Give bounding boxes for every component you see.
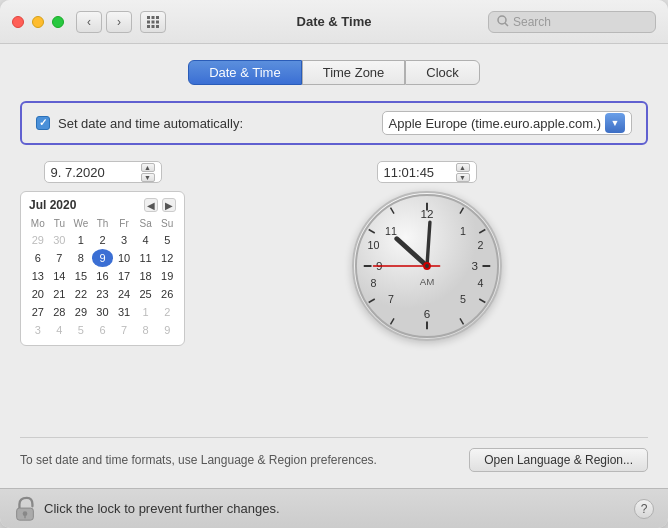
svg-text:3: 3 <box>471 259 478 272</box>
svg-rect-5 <box>156 20 159 23</box>
col-th: Th <box>92 216 114 231</box>
calendar-day[interactable]: 9 <box>156 321 178 339</box>
time-stepper[interactable]: ▲ ▼ <box>456 163 470 182</box>
time-stepper-up[interactable]: ▲ <box>456 163 470 172</box>
calendar-day[interactable]: 28 <box>49 303 71 321</box>
calendar-prev-button[interactable]: ◀ <box>144 198 158 212</box>
time-input[interactable]: 11:01:45 ▲ ▼ <box>377 161 477 183</box>
calendar-day[interactable]: 30 <box>49 231 71 249</box>
tab-time-zone[interactable]: Time Zone <box>302 60 406 85</box>
bottom-bar: To set date and time formats, use Langua… <box>20 437 648 476</box>
svg-point-42 <box>425 264 429 268</box>
calendar-day[interactable]: 1 <box>135 303 157 321</box>
open-language-button[interactable]: Open Language & Region... <box>469 448 648 472</box>
calendar-day[interactable]: 24 <box>113 285 135 303</box>
dropdown-arrow-icon: ▼ <box>605 113 625 133</box>
clock-svg: 12 3 6 9 1 2 4 5 7 8 10 11 AM <box>354 191 500 341</box>
calendar-day[interactable]: 15 <box>70 267 92 285</box>
calendar-next-button[interactable]: ▶ <box>162 198 176 212</box>
calendar-day[interactable]: 25 <box>135 285 157 303</box>
svg-rect-0 <box>147 16 150 19</box>
calendar-day[interactable]: 12 <box>156 249 178 267</box>
svg-text:6: 6 <box>423 307 430 320</box>
calendar-day[interactable]: 9 <box>92 249 114 267</box>
calendar-week-row: 13141516171819 <box>27 267 178 285</box>
tab-bar: Date & Time Time Zone Clock <box>20 60 648 85</box>
minimize-button[interactable] <box>32 16 44 28</box>
search-placeholder: Search <box>513 15 551 29</box>
calendar-week-row: 272829303112 <box>27 303 178 321</box>
date-stepper-down[interactable]: ▼ <box>141 173 155 182</box>
back-button[interactable]: ‹ <box>76 11 102 33</box>
calendar-day[interactable]: 6 <box>27 249 49 267</box>
svg-text:12: 12 <box>420 207 433 220</box>
server-dropdown[interactable]: Apple Europe (time.euro.apple.com.) ▼ <box>382 111 632 135</box>
svg-point-44 <box>23 511 28 516</box>
calendar-day[interactable]: 29 <box>70 303 92 321</box>
calendar-day[interactable]: 16 <box>92 267 114 285</box>
svg-text:1: 1 <box>460 225 466 237</box>
calendar-day[interactable]: 17 <box>113 267 135 285</box>
calendar-day[interactable]: 5 <box>156 231 178 249</box>
calendar-nav: ◀ ▶ <box>144 198 176 212</box>
bottom-text: To set date and time formats, use Langua… <box>20 453 377 467</box>
calendar-day[interactable]: 7 <box>113 321 135 339</box>
calendar-day[interactable]: 5 <box>70 321 92 339</box>
auto-row: ✓ Set date and time automatically: Apple… <box>20 101 648 145</box>
calendar-day[interactable]: 8 <box>135 321 157 339</box>
calendar-day[interactable]: 23 <box>92 285 114 303</box>
lock-area[interactable]: Click the lock to prevent further change… <box>14 496 280 522</box>
calendar-day[interactable]: 8 <box>70 249 92 267</box>
calendar-day[interactable]: 2 <box>92 231 114 249</box>
calendar-day[interactable]: 29 <box>27 231 49 249</box>
calendar-day[interactable]: 20 <box>27 285 49 303</box>
col-mo: Mo <box>27 216 49 231</box>
close-button[interactable] <box>12 16 24 28</box>
calendar-day[interactable]: 18 <box>135 267 157 285</box>
search-box[interactable]: Search <box>488 11 656 33</box>
date-stepper-up[interactable]: ▲ <box>141 163 155 172</box>
date-input[interactable]: 9. 7.2020 ▲ ▼ <box>44 161 162 183</box>
auto-checkbox[interactable]: ✓ <box>36 116 50 130</box>
calendar-day[interactable]: 4 <box>135 231 157 249</box>
calendar-day[interactable]: 10 <box>113 249 135 267</box>
calendar-header-row: Mo Tu We Th Fr Sa Su <box>27 216 178 231</box>
tab-clock[interactable]: Clock <box>405 60 480 85</box>
col-fr: Fr <box>113 216 135 231</box>
time-stepper-down[interactable]: ▼ <box>456 173 470 182</box>
calendar-day[interactable]: 14 <box>49 267 71 285</box>
right-pane: 11:01:45 ▲ ▼ <box>205 161 648 429</box>
calendar-day[interactable]: 27 <box>27 303 49 321</box>
svg-text:7: 7 <box>388 293 394 305</box>
calendar-day[interactable]: 21 <box>49 285 71 303</box>
calendar-day[interactable]: 22 <box>70 285 92 303</box>
col-su: Su <box>156 216 178 231</box>
maximize-button[interactable] <box>52 16 64 28</box>
calendar-day[interactable]: 3 <box>27 321 49 339</box>
calendar-day[interactable]: 1 <box>70 231 92 249</box>
calendar-day[interactable]: 19 <box>156 267 178 285</box>
calendar-day[interactable]: 11 <box>135 249 157 267</box>
calendar-day[interactable]: 4 <box>49 321 71 339</box>
calendar-day[interactable]: 7 <box>49 249 71 267</box>
tab-date-time[interactable]: Date & Time <box>188 60 302 85</box>
svg-point-9 <box>498 16 506 24</box>
svg-text:8: 8 <box>370 277 376 289</box>
svg-rect-6 <box>147 25 150 28</box>
col-sa: Sa <box>135 216 157 231</box>
calendar-day[interactable]: 6 <box>92 321 114 339</box>
help-button[interactable]: ? <box>634 499 654 519</box>
grid-button[interactable] <box>140 11 166 33</box>
calendar-day[interactable]: 2 <box>156 303 178 321</box>
calendar-day[interactable]: 13 <box>27 267 49 285</box>
calendar-grid: Mo Tu We Th Fr Sa Su 2930123456789101112… <box>27 216 178 339</box>
calendar-week-row: 293012345 <box>27 231 178 249</box>
calendar-day[interactable]: 30 <box>92 303 114 321</box>
titlebar: ‹ › Date & Time Search <box>0 0 668 44</box>
lock-text: Click the lock to prevent further change… <box>44 501 280 516</box>
calendar-day[interactable]: 26 <box>156 285 178 303</box>
date-stepper[interactable]: ▲ ▼ <box>141 163 155 182</box>
calendar-day[interactable]: 3 <box>113 231 135 249</box>
calendar-day[interactable]: 31 <box>113 303 135 321</box>
forward-button[interactable]: › <box>106 11 132 33</box>
